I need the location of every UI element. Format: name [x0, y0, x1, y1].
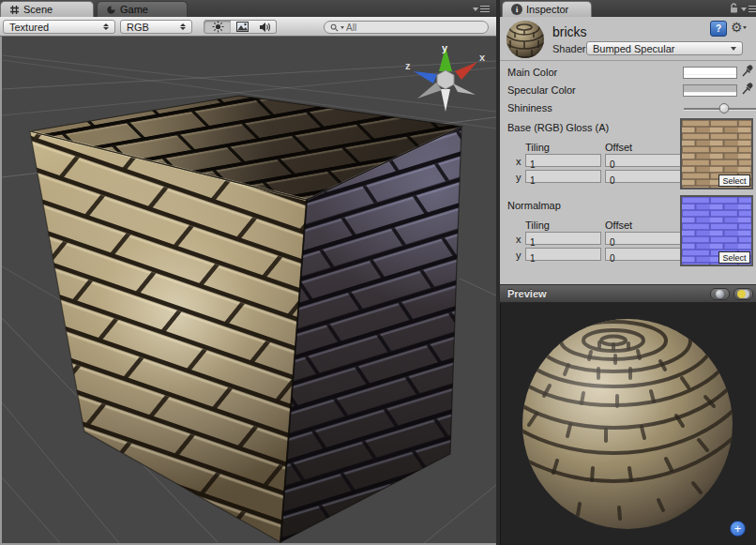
gizmo-z-label: z	[405, 60, 411, 71]
normal-offset-x-field[interactable]	[605, 232, 681, 245]
base-tiling-x-field[interactable]	[525, 154, 601, 167]
base-tiling-y-field[interactable]	[525, 170, 601, 183]
scene-gizmo[interactable]: y x z	[402, 40, 489, 119]
main-color-swatch[interactable]	[683, 67, 737, 79]
base-offset-y-field[interactable]	[605, 170, 681, 183]
specular-color-swatch[interactable]	[683, 84, 737, 97]
eyedropper-icon[interactable]	[741, 64, 753, 78]
base-y-label: y	[516, 172, 522, 183]
material-header: bricks Shader Bumped Specular ? ⚙	[500, 17, 756, 61]
material-preview-thumbnail	[506, 20, 545, 59]
gizmo-z-axis[interactable]	[414, 71, 437, 83]
normal-tiling-y-input[interactable]	[526, 253, 600, 265]
main-color-label: Main Color	[507, 67, 557, 78]
normal-offset-header: Offset	[605, 220, 632, 231]
chevron-down-icon	[340, 26, 344, 29]
normal-x-label: x	[516, 234, 522, 245]
preview-sphere	[501, 303, 756, 544]
image-icon	[236, 22, 249, 32]
tab-inspector[interactable]: i Inspector	[502, 1, 592, 17]
gear-icon[interactable]: ⚙	[731, 20, 747, 35]
preview-header[interactable]: Preview	[500, 284, 756, 303]
normal-offset-y-field[interactable]	[605, 248, 681, 261]
lighting-toggle-button[interactable]	[204, 20, 232, 34]
search-input[interactable]	[346, 23, 459, 33]
shader-dropdown[interactable]: Bumped Specular	[586, 41, 743, 55]
lighting-icon	[737, 290, 749, 298]
scene-panel-menu-icon[interactable]	[473, 4, 493, 14]
gizmo-center-cube[interactable]	[437, 70, 454, 89]
normal-tiling-x-field[interactable]	[525, 232, 601, 245]
add-button[interactable]: +	[730, 521, 746, 537]
material-name: bricks	[552, 24, 587, 39]
base-x-label: x	[516, 156, 522, 167]
normal-offset-y-input[interactable]	[606, 253, 680, 265]
search-icon	[330, 23, 339, 32]
scene-toolbar: Textured RGB	[0, 17, 496, 37]
scene-search-field[interactable]	[324, 21, 489, 34]
inspector-panel-menu-icon[interactable]	[741, 4, 756, 14]
effects-toggle-button[interactable]	[231, 20, 254, 34]
preview-sphere-button[interactable]	[710, 288, 730, 300]
chevron-down-icon	[731, 47, 736, 51]
audio-toggle-button[interactable]	[253, 20, 277, 34]
base-offset-y-input[interactable]	[606, 175, 680, 187]
gizmo-y-label: y	[442, 42, 448, 53]
color-mode-dropdown[interactable]: RGB	[120, 20, 192, 34]
sun-icon	[212, 21, 224, 33]
shininess-slider[interactable]	[684, 103, 756, 114]
game-icon	[106, 5, 116, 15]
normal-offset-x-input[interactable]	[606, 237, 680, 249]
tab-scene-label: Scene	[23, 4, 53, 15]
base-tiling-x-input[interactable]	[526, 159, 600, 171]
specular-color-label: Specular Color	[507, 84, 576, 96]
tab-game-label: Game	[120, 4, 148, 15]
help-icon[interactable]: ?	[710, 21, 727, 37]
inspector-panel: i Inspector	[500, 0, 756, 545]
scene-grid-icon	[9, 5, 20, 15]
tab-game[interactable]: Game	[97, 1, 188, 17]
updown-arrows-icon	[180, 23, 186, 30]
gizmo-x-axis[interactable]	[455, 62, 477, 80]
base-offset-header: Offset	[605, 142, 632, 153]
gizmo-x-label: x	[479, 52, 486, 63]
normal-tiling-header: Tiling	[525, 220, 550, 231]
normal-map-label: Normalmap	[507, 200, 561, 211]
base-texture-thumbnail[interactable]: Select	[680, 118, 753, 189]
normal-tiling-x-input[interactable]	[526, 237, 600, 249]
base-select-button[interactable]: Select	[718, 174, 750, 187]
base-offset-x-field[interactable]	[605, 154, 681, 167]
material-preview-area[interactable]: +	[500, 303, 756, 545]
unity-editor-window: Scene Game Textured RGB	[0, 0, 756, 545]
info-icon: i	[511, 4, 522, 15]
base-offset-x-input[interactable]	[606, 159, 680, 171]
preview-title: Preview	[507, 288, 547, 299]
shininess-label: Shininess	[507, 102, 552, 114]
scene-tabstrip: Scene Game	[0, 0, 496, 18]
scene-viewport[interactable]: y x z	[0, 37, 496, 545]
updown-arrows-icon	[103, 23, 109, 30]
color-mode-label: RGB	[127, 22, 149, 33]
normal-tiling-y-field[interactable]	[525, 248, 601, 261]
sphere-icon	[716, 290, 724, 298]
inspector-tabstrip: i Inspector	[500, 0, 756, 18]
preview-lighting-button[interactable]	[733, 288, 753, 300]
base-tiling-header: Tiling	[525, 142, 550, 153]
slider-thumb[interactable]	[718, 103, 729, 114]
lock-icon[interactable]	[729, 3, 739, 14]
base-map-label: Base (RGB) Gloss (A)	[507, 122, 609, 133]
shader-label: Shader	[552, 43, 585, 54]
eyedropper-icon[interactable]	[741, 82, 753, 96]
normal-y-label: y	[516, 250, 522, 261]
tab-inspector-label: Inspector	[526, 4, 568, 15]
tab-scene[interactable]: Scene	[0, 1, 94, 17]
normalmap-select-button[interactable]: Select	[718, 251, 750, 264]
shader-value: Bumped Specular	[593, 43, 674, 54]
draw-mode-dropdown[interactable]: Textured	[3, 20, 115, 34]
draw-mode-label: Textured	[9, 22, 49, 33]
speaker-icon	[259, 22, 271, 33]
base-tiling-y-input[interactable]	[526, 175, 600, 187]
normalmap-texture-thumbnail[interactable]: Select	[680, 195, 753, 266]
